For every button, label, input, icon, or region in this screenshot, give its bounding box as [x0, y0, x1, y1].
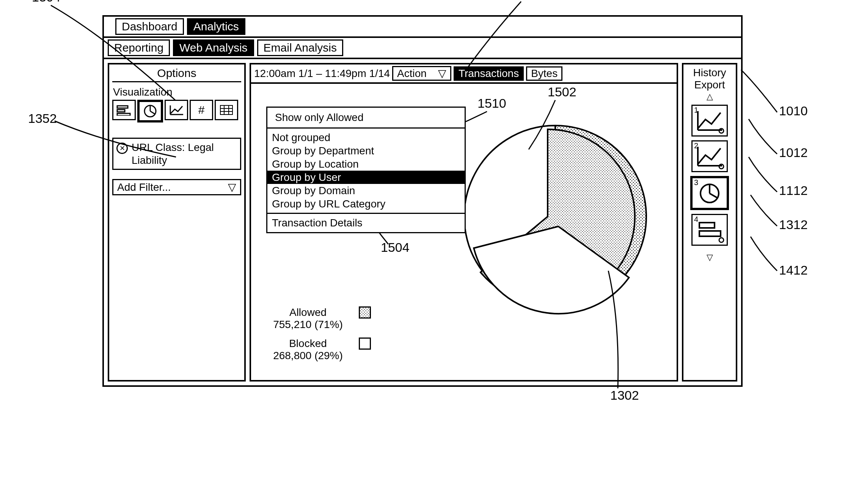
chart-topbar: 12:00am 1/1 – 11:49pm 1/14 Action ▽ Tran…	[251, 64, 677, 84]
svg-rect-8	[220, 105, 232, 115]
menu-group-department[interactable]: Group by Department	[267, 144, 465, 157]
scroll-down-icon[interactable]: ▽	[707, 253, 713, 262]
date-range: 12:00am 1/1 – 11:49pm 1/14	[254, 68, 390, 80]
svg-text:1312: 1312	[779, 217, 808, 232]
context-menu-group: Not grouped Group by Department Group by…	[267, 129, 465, 213]
svg-text:1010: 1010	[779, 104, 808, 118]
svg-text:1352: 1352	[28, 111, 57, 126]
svg-text:1412: 1412	[779, 263, 808, 277]
svg-text:1212: 1212	[517, 0, 546, 0]
add-filter-dropdown[interactable]: Add Filter... ▽	[112, 179, 241, 195]
legend-allowed-name: Allowed	[262, 306, 353, 319]
legend-blocked-detail: 268,800 (29%)	[262, 350, 353, 362]
svg-rect-28	[699, 223, 715, 228]
viz-pie-icon[interactable]	[137, 100, 163, 122]
svg-line-5	[150, 111, 155, 114]
history-thumbnails: △ 1 2 3 4 ▽	[690, 93, 729, 262]
svg-rect-1	[117, 110, 125, 112]
options-heading: Options	[112, 67, 241, 82]
svg-line-27	[710, 193, 718, 198]
action-dropdown-label: Action	[397, 68, 427, 80]
chevron-down-icon: ▽	[228, 181, 236, 193]
context-menu: Show only Allowed Not grouped Group by D…	[266, 107, 466, 233]
menu-not-grouped[interactable]: Not grouped	[267, 131, 465, 144]
app-window: Dashboard Analytics Reporting Web Analys…	[102, 15, 743, 387]
svg-text:1304: 1304	[32, 0, 61, 4]
legend-allowed-swatch	[359, 306, 371, 319]
visualization-toolbar: #	[112, 100, 241, 122]
history-thumb-2[interactable]: 2	[691, 140, 728, 172]
main-grid: Options Visualization # ✕ URL Cl	[104, 59, 741, 385]
menu-group-location[interactable]: Group by Location	[267, 157, 465, 171]
secondary-tab-row: Reporting Web Analysis Email Analysis	[104, 38, 741, 59]
legend-blocked-swatch	[359, 338, 371, 350]
menu-group-user[interactable]: Group by User	[267, 171, 465, 184]
svg-text:1012: 1012	[779, 145, 808, 160]
context-menu-header[interactable]: Show only Allowed	[267, 108, 465, 129]
menu-group-url-category[interactable]: Group by URL Category	[267, 197, 465, 210]
tab-web-analysis[interactable]: Web Analysis	[173, 39, 254, 56]
viz-table-icon[interactable]	[215, 100, 238, 120]
chart-area: Show only Allowed Not grouped Group by D…	[251, 84, 677, 380]
history-heading: History	[693, 67, 726, 79]
svg-text:1302: 1302	[610, 388, 639, 402]
history-panel: History Export △ 1 2 3 4	[682, 63, 737, 382]
visualization-label: Visualization	[113, 86, 240, 98]
menu-group-domain[interactable]: Group by Domain	[267, 184, 465, 197]
filter-chip: ✕ URL Class: Legal Liability	[112, 138, 241, 170]
menu-transaction-details[interactable]: Transaction Details	[267, 213, 465, 232]
tab-analytics[interactable]: Analytics	[187, 18, 245, 35]
legend-allowed-detail: 755,210 (71%)	[262, 319, 353, 331]
action-dropdown[interactable]: Action ▽	[392, 66, 451, 81]
toggle-transactions[interactable]: Transactions	[454, 66, 524, 81]
legend-blocked: Blocked 268,800 (29%)	[262, 338, 370, 362]
history-thumb-4[interactable]: 4	[691, 214, 728, 246]
viz-line-icon[interactable]	[165, 100, 188, 120]
chart-panel: 12:00am 1/1 – 11:49pm 1/14 Action ▽ Tran…	[250, 63, 678, 382]
export-button[interactable]: Export	[694, 79, 725, 91]
svg-rect-2	[117, 113, 130, 116]
viz-number-icon[interactable]: #	[190, 100, 213, 120]
svg-rect-29	[699, 231, 721, 236]
viz-bar-icon[interactable]	[112, 100, 136, 120]
toggle-bytes[interactable]: Bytes	[526, 66, 562, 81]
remove-filter-icon[interactable]: ✕	[116, 143, 128, 154]
primary-tab-row: Dashboard Analytics	[104, 17, 741, 38]
options-panel: Options Visualization # ✕ URL Cl	[108, 63, 246, 382]
chevron-down-icon: ▽	[438, 67, 446, 80]
legend: Allowed 755,210 (71%) Blocked 268,800 (2…	[262, 306, 370, 369]
history-thumb-1[interactable]: 1	[691, 105, 728, 137]
legend-blocked-name: Blocked	[262, 338, 353, 350]
svg-text:1112: 1112	[779, 183, 808, 198]
svg-rect-0	[117, 106, 128, 108]
tab-reporting[interactable]: Reporting	[108, 39, 170, 56]
filter-chip-label: URL Class: Legal Liability	[132, 141, 237, 166]
tab-dashboard[interactable]: Dashboard	[115, 18, 184, 35]
tab-email-analysis[interactable]: Email Analysis	[257, 39, 343, 56]
legend-allowed: Allowed 755,210 (71%)	[262, 306, 370, 331]
add-filter-label: Add Filter...	[117, 181, 171, 193]
svg-point-30	[719, 238, 724, 242]
pie-chart-svg	[449, 114, 661, 327]
history-thumb-3[interactable]: 3	[690, 176, 729, 210]
scroll-up-icon[interactable]: △	[707, 93, 713, 101]
